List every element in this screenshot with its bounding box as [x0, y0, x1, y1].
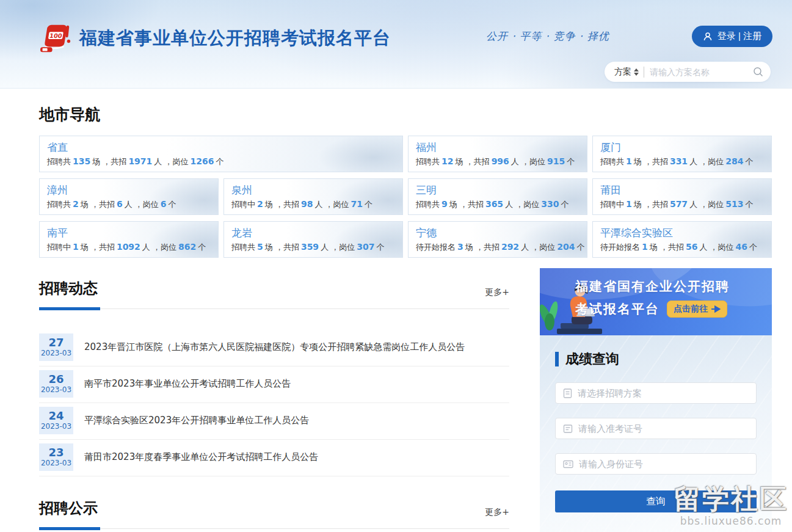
date-day: 23: [39, 446, 73, 459]
city-card-quanzhou[interactable]: 泉州 招聘中2场 ，共招98人 ，岗位71个: [223, 178, 403, 215]
section-underline: [39, 307, 509, 309]
svg-text:100: 100: [49, 32, 62, 39]
sort-icon: [634, 68, 639, 76]
city-link[interactable]: 龙岩: [231, 226, 395, 240]
city-link[interactable]: 宁德: [416, 226, 579, 240]
city-link[interactable]: 莆田: [600, 183, 764, 197]
plan-select-field[interactable]: [555, 382, 757, 404]
news-item[interactable]: 23 2023-03 莆田市2023年度春季事业单位公开考试招聘工作人员公告: [39, 440, 509, 476]
city-card-putian[interactable]: 莆田 招聘中1场 ，共招577人 ，岗位513个: [592, 178, 772, 215]
city-card-longyan[interactable]: 龙岩 招聘共5场 ，共招359人 ，岗位307个: [223, 221, 403, 258]
news-link[interactable]: 2023年晋江市医院（上海市第六人民医院福建医院）专项公开招聘紧缺急需岗位工作人…: [84, 341, 465, 353]
search-icon[interactable]: [753, 67, 763, 77]
city-stats: 招聘共12场 ，共招996人 ，岗位915个: [416, 156, 579, 167]
city-link[interactable]: 省直: [47, 140, 395, 155]
city-link[interactable]: 三明: [416, 183, 579, 197]
city-stats: 招聘共9场 ，共招365人 ，岗位330个: [416, 199, 579, 210]
right-sidebar: 福建省国有企业公开招聘 考试报名平台 点击前往 成: [540, 268, 772, 532]
gongshi-more-link[interactable]: 更多+: [485, 507, 509, 518]
soe-platform-banner[interactable]: 福建省国有企业公开招聘 考试报名平台 点击前往: [540, 268, 772, 335]
search-divider: [644, 67, 644, 78]
search-category-label: 方案: [614, 67, 631, 78]
city-nav-grid: 省直 招聘共135场 ，共招1971人 ，岗位1266个 福州 招聘共12场 ，…: [39, 136, 772, 258]
search-bar: 方案: [605, 62, 771, 82]
city-stats: 招聘共1场 ，共招331人 ，岗位284个: [600, 156, 764, 167]
user-icon: [703, 32, 713, 42]
news-link[interactable]: 平潭综合实验区2023年公开招聘事业单位工作人员公告: [84, 415, 309, 426]
news-more-link[interactable]: 更多+: [485, 287, 509, 298]
date-badge: 26 2023-03: [39, 370, 73, 398]
site-logo-icon: 100: [39, 23, 72, 54]
page-header: 100 福建省事业单位公开招聘考试报名平台 公开 · 平等 · 竞争 · 择优 …: [0, 0, 792, 89]
login-register-label: 登录 | 注册: [718, 31, 761, 42]
news-item[interactable]: 26 2023-03 南平市2023年事业单位公开考试招聘工作人员公告: [39, 366, 509, 403]
banner-line1: 福建省国有企业公开招聘: [575, 278, 730, 295]
date-month: 2023-03: [39, 385, 73, 394]
slogan: 公开 · 平等 · 竞争 · 择优: [486, 29, 609, 43]
search-input[interactable]: [650, 67, 753, 77]
city-link[interactable]: 厦门: [600, 140, 764, 155]
news-link[interactable]: 莆田市2023年度春季事业单位公开考试招聘工作人员公告: [84, 451, 318, 463]
date-badge: 23 2023-03: [39, 443, 73, 471]
city-stats: 招聘共2场 ，共招6人 ，岗位6个: [47, 199, 211, 210]
banner-go-button[interactable]: 点击前往: [667, 301, 727, 318]
title-accent-bar: [555, 352, 559, 366]
city-link[interactable]: 泉州: [231, 183, 395, 197]
city-stats: 招聘中1场 ，共招577人 ，岗位513个: [600, 199, 764, 210]
date-month: 2023-03: [39, 459, 73, 467]
site-title: 福建省事业单位公开招聘考试报名平台: [79, 26, 391, 51]
date-day: 27: [39, 337, 73, 349]
score-query-panel: 成绩查询: [540, 335, 772, 532]
news-item[interactable]: 27 2023-03 2023年晋江市医院（上海市第六人民医院福建医院）专项公开…: [39, 330, 509, 366]
date-month: 2023-03: [39, 422, 73, 431]
banner-go-label: 点击前往: [674, 304, 708, 315]
city-stats: 招聘中1场 ，共招1092人 ，岗位862个: [47, 242, 211, 253]
idcard-field[interactable]: [555, 453, 757, 475]
brand[interactable]: 100 福建省事业单位公开招聘考试报名平台: [39, 23, 391, 54]
city-card-nanping[interactable]: 南平 招聘中1场 ，共招1092人 ，岗位862个: [39, 221, 219, 258]
date-badge: 24 2023-03: [39, 407, 73, 434]
ticket-icon: [563, 424, 573, 434]
city-stats: 招聘中2场 ，共招98人 ，岗位71个: [231, 199, 395, 210]
section-underline: [39, 527, 509, 529]
idcard-icon: [563, 460, 573, 468]
banner-line2: 考试报名平台: [575, 301, 659, 318]
idcard-input[interactable]: [579, 459, 749, 469]
news-section-title: 招聘动态: [39, 279, 98, 298]
city-card-pingtan[interactable]: 平潭综合实验区 待开始报名1场 ，共招56人 ，岗位46个: [592, 221, 772, 258]
city-stats: 待开始报名1场 ，共招56人 ，岗位46个: [600, 242, 764, 253]
date-badge: 27 2023-03: [39, 333, 73, 361]
gongshi-section-title: 招聘公示: [39, 498, 98, 518]
news-item[interactable]: 24 2023-03 平潭综合实验区2023年公开招聘事业单位工作人员公告: [39, 403, 509, 440]
arrow-right-icon: [711, 305, 721, 313]
left-column: 招聘动态 更多+ 27 2023-03 2023年晋江市医院（上海市第六人民医院…: [39, 268, 509, 532]
city-card-ningde[interactable]: 宁德 待开始报名3场 ，共招292人 ，岗位204个: [408, 221, 587, 258]
query-button[interactable]: 查询: [555, 490, 757, 512]
login-register-button[interactable]: 登录 | 注册: [692, 26, 772, 47]
date-day: 26: [39, 373, 73, 385]
city-card-zhangzhou[interactable]: 漳州 招聘共2场 ，共招6人 ，岗位6个: [39, 178, 219, 215]
city-card-fuzhou[interactable]: 福州 招聘共12场 ，共招996人 ，岗位915个: [408, 136, 587, 172]
plan-icon: [563, 388, 572, 398]
date-day: 24: [39, 410, 73, 422]
city-card-shengzhi[interactable]: 省直 招聘共135场 ，共招1971人 ，岗位1266个: [39, 136, 403, 172]
city-stats: 招聘共135场 ，共招1971人 ，岗位1266个: [47, 156, 395, 167]
city-link[interactable]: 福州: [416, 140, 579, 155]
city-nav-title: 地市导航: [39, 104, 772, 125]
plan-select-input[interactable]: [578, 388, 749, 398]
city-link[interactable]: 平潭综合实验区: [600, 226, 764, 240]
city-link[interactable]: 漳州: [47, 183, 211, 197]
ticket-field[interactable]: [555, 418, 757, 439]
city-stats: 待开始报名3场 ，共招292人 ，岗位204个: [416, 242, 579, 253]
news-list: 27 2023-03 2023年晋江市医院（上海市第六人民医院福建医院）专项公开…: [39, 330, 509, 476]
city-card-xiamen[interactable]: 厦门 招聘共1场 ，共招331人 ，岗位284个: [592, 136, 772, 172]
news-link[interactable]: 南平市2023年事业单位公开考试招聘工作人员公告: [84, 378, 291, 390]
city-card-sanming[interactable]: 三明 招聘共9场 ，共招365人 ，岗位330个: [408, 178, 587, 215]
search-category-dropdown[interactable]: 方案: [614, 67, 639, 78]
banner-text: 福建省国有企业公开招聘 考试报名平台 点击前往: [575, 278, 730, 318]
city-link[interactable]: 南平: [47, 226, 211, 240]
city-stats: 招聘共5场 ，共招359人 ，岗位307个: [231, 242, 395, 253]
ticket-input[interactable]: [578, 423, 749, 434]
score-query-title: 成绩查询: [565, 350, 619, 368]
date-month: 2023-03: [39, 349, 73, 357]
